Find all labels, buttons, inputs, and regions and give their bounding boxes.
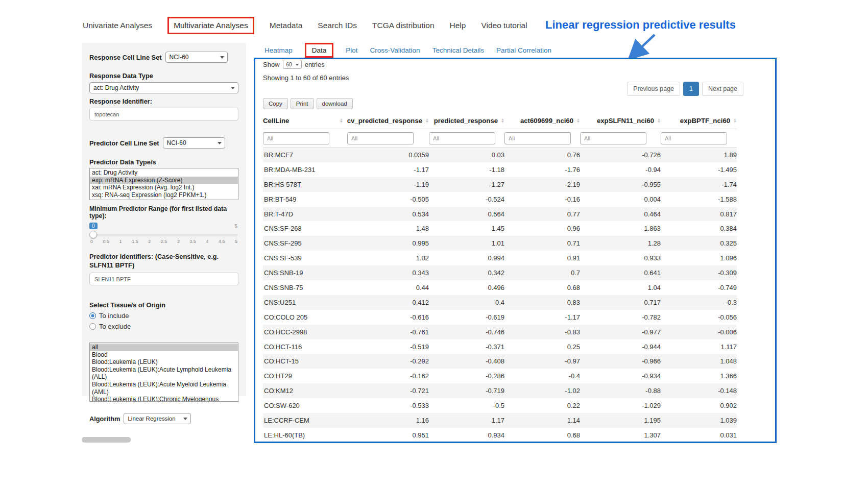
table-row[interactable]: CO:COLO 205 -0.616 -0.619 -1.17 -0.782 -… <box>263 310 737 325</box>
show-entries-select[interactable]: 60 <box>283 60 302 69</box>
predictor-identifiers-input[interactable] <box>89 273 238 285</box>
radio-label: To exclude <box>99 323 131 330</box>
sort-icon[interactable]: ▲▼ <box>501 118 504 124</box>
result-tab[interactable]: Plot <box>346 46 357 54</box>
result-tab[interactable]: Technical Details <box>432 46 484 54</box>
tissue-option[interactable]: Blood:Leukemia (LEUK):Acute Myeloid Leuk… <box>90 381 238 396</box>
min-predictor-range-slider[interactable]: 0 5 00.511.522.533.544.55 <box>89 223 238 246</box>
predicted-response-cell: -0.524 <box>429 196 504 203</box>
slider-handle[interactable] <box>89 231 97 238</box>
response-identifier-input[interactable] <box>89 108 238 120</box>
filter-input-expbptf-nci60[interactable] <box>661 132 727 144</box>
filter-input-cv-predicted-response[interactable] <box>347 132 414 144</box>
table-body: BR:MCF7 0.0359 0.03 0.76 -0.726 1.89 BR:… <box>263 148 737 443</box>
table-row[interactable]: CNS:SNB-75 0.44 0.496 0.68 1.04 -0.749 <box>263 280 737 295</box>
table-row[interactable]: CNS:SF-539 1.02 0.994 0.91 0.933 1.096 <box>263 251 737 265</box>
predictor-data-type-option[interactable]: xai: mRNA Expression (Avg. log2 Int.) <box>90 184 238 191</box>
export-button[interactable]: Print <box>291 98 314 109</box>
sort-icon[interactable]: ▲▼ <box>657 118 661 124</box>
act609699-nci60-cell: -1.76 <box>504 166 580 174</box>
table-row[interactable]: CO:KM12 -0.721 -0.719 -1.02 -0.88 -0.148 <box>263 383 737 398</box>
column-header-act609699-nci60[interactable]: act609699_nci60 ▲▼ <box>504 117 580 125</box>
show-entries-suffix: entries <box>305 61 325 68</box>
table-row[interactable]: CNS:SF-268 1.48 1.45 0.96 1.863 0.384 <box>263 221 737 236</box>
table-row[interactable]: BR:BT-549 -0.505 -0.524 -0.16 0.004 -1.5… <box>263 192 737 207</box>
top-nav-item[interactable]: Univariate Analyses <box>83 21 152 30</box>
tissue-origin-radio[interactable]: To exclude <box>89 323 238 330</box>
top-nav-item[interactable]: Video tutorial <box>481 21 527 30</box>
table-row[interactable]: LE:CCRF-CEM 1.16 1.17 1.14 1.195 1.039 <box>263 413 737 428</box>
top-nav-item[interactable]: Help <box>450 21 466 30</box>
table-row[interactable]: CO:HCT-116 -0.519 -0.371 0.25 -0.944 1.1… <box>263 339 737 354</box>
filter-input-cellline[interactable] <box>263 132 329 144</box>
min-predictor-range-label: Minimum Predictor Range (for first liste… <box>89 205 238 219</box>
cellline-cell: BR:MCF7 <box>263 151 347 159</box>
expslfn11-nci60-cell: 1.28 <box>580 239 661 247</box>
cv-predicted-response-cell: -0.505 <box>347 196 429 203</box>
table-row[interactable]: CNS:SF-295 0.995 1.01 0.71 1.28 0.325 <box>263 236 737 251</box>
algorithm-select[interactable]: Linear Regression <box>124 413 191 424</box>
table-row[interactable]: CO:HT29 -0.162 -0.286 -0.4 -0.934 1.366 <box>263 369 737 383</box>
column-header-cv-predicted-response[interactable]: cv_predicted_response ▲▼ <box>347 117 429 125</box>
filter-input-expslfn11-nci60[interactable] <box>580 132 646 144</box>
tissue-option[interactable]: Blood:Leukemia (LEUK):Acute Lymphoid Leu… <box>90 366 238 381</box>
export-button[interactable]: Copy <box>263 98 288 109</box>
tissue-option[interactable]: Blood:Leukemia (LEUK):Chronic Myelogenou… <box>90 396 238 402</box>
result-tab[interactable]: Partial Correlation <box>496 46 551 54</box>
table-row[interactable]: BR:MCF7 0.0359 0.03 0.76 -0.726 1.89 <box>263 148 737 162</box>
next-page-button[interactable]: Next page <box>702 82 743 96</box>
result-tab[interactable]: Data <box>305 43 334 58</box>
expslfn11-nci60-cell: -0.934 <box>580 372 661 380</box>
tissue-option[interactable]: Blood:Leukemia (LEUK) <box>90 358 238 366</box>
response-cell-line-set-select[interactable]: NCI-60 <box>165 52 228 63</box>
export-button[interactable]: download <box>317 98 353 109</box>
sort-icon[interactable]: ▲▼ <box>425 118 429 124</box>
table-row[interactable]: CO:SW-620 -0.533 -0.5 0.22 -1.029 0.902 <box>263 398 737 413</box>
predictor-cell-line-set-select[interactable]: NCI-60 <box>163 137 225 149</box>
tissue-option[interactable]: Blood <box>90 351 238 359</box>
slider-tick-label: 3 <box>177 239 180 244</box>
cv-predicted-response-cell: 0.343 <box>347 269 429 277</box>
predictor-cell-line-set-label: Predictor Cell Line Set <box>89 139 159 147</box>
expbptf-nci60-cell: 1.89 <box>661 151 737 159</box>
response-data-type-label: Response Data Type <box>89 72 238 80</box>
table-row[interactable]: BR:MDA-MB-231 -1.17 -1.18 -1.76 -0.94 -1… <box>263 162 737 177</box>
predicted-response-cell: 0.934 <box>429 431 504 439</box>
sort-icon[interactable]: ▲▼ <box>733 118 737 124</box>
table-row[interactable]: BR:HS 578T -1.19 -1.27 -2.19 -0.955 -1.7… <box>263 177 737 192</box>
slider-tick-label: 5 <box>235 239 237 244</box>
filter-input-act609699-nci60[interactable] <box>504 132 571 144</box>
cellline-cell: CO:HT29 <box>263 372 347 380</box>
result-tab[interactable]: Heatmap <box>264 46 293 54</box>
top-nav-item[interactable]: Search IDs <box>318 21 357 30</box>
column-header-expbptf-nci60[interactable]: expBPTF_nci60 ▲▼ <box>661 117 737 125</box>
table-row[interactable]: BR:T-47D 0.534 0.564 0.77 0.464 0.817 <box>263 207 737 222</box>
table-row[interactable]: CO:HCC-2998 -0.761 -0.746 -0.83 -0.977 -… <box>263 325 737 339</box>
column-header-predicted-response[interactable]: predicted_response ▲▼ <box>429 117 504 125</box>
table-row[interactable]: LE:HL-60(TB) 0.951 0.934 0.68 1.307 0.03… <box>263 428 737 443</box>
response-cell-line-set-value: NCI-60 <box>170 54 189 61</box>
tissue-origin-radio[interactable]: To include <box>89 312 238 320</box>
sort-icon[interactable]: ▲▼ <box>576 118 580 124</box>
top-nav-item[interactable]: Metadata <box>270 21 303 30</box>
tissue-option[interactable]: all <box>90 344 238 351</box>
chevron-down-icon <box>231 87 235 89</box>
predictor-data-type-option[interactable]: act: Drug Activity <box>90 169 238 177</box>
current-page-button[interactable]: 1 <box>683 82 699 96</box>
table-row[interactable]: CNS:SNB-19 0.343 0.342 0.7 0.641 -0.309 <box>263 265 737 280</box>
previous-page-button[interactable]: Previous page <box>627 82 680 96</box>
predictor-data-type-option[interactable]: xsq: RNA-seq Expression (log2 FPKM+1.) <box>90 191 238 199</box>
result-tab[interactable]: Cross-Validation <box>370 46 420 54</box>
predictor-data-type-option[interactable]: exp: mRNA Expression (Z-Score) <box>90 177 238 184</box>
top-nav-item[interactable]: TCGA distribution <box>372 21 434 30</box>
response-data-type-select[interactable]: act: Drug Activity <box>89 82 238 93</box>
column-header-expslfn11-nci60[interactable]: expSLFN11_nci60 ▲▼ <box>580 117 661 125</box>
slider-track[interactable] <box>90 234 237 236</box>
table-row[interactable]: CNS:U251 0.412 0.4 0.83 0.717 -0.3 <box>263 295 737 310</box>
act609699-nci60-cell: 0.68 <box>504 284 580 291</box>
table-row[interactable]: CO:HCT-15 -0.292 -0.408 -0.97 -0.966 1.0… <box>263 354 737 369</box>
column-header-cellline[interactable]: CellLine ▲▼ <box>263 117 347 125</box>
sort-icon[interactable]: ▲▼ <box>340 118 343 124</box>
top-nav-item[interactable]: Multivariate Analyses <box>167 17 254 34</box>
filter-input-predicted-response[interactable] <box>429 132 495 144</box>
